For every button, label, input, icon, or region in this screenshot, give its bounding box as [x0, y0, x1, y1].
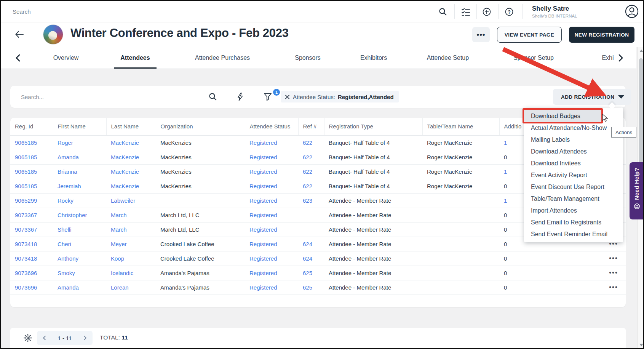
cell-reg_id[interactable]: 9065185 — [10, 179, 53, 193]
cell-reg_id[interactable]: 9073696 — [10, 280, 53, 295]
cell-last_name[interactable]: March — [106, 208, 156, 222]
search-icon[interactable] — [438, 7, 447, 16]
column-header-table-team-name[interactable]: Table/Team Name — [422, 118, 499, 135]
tab-sponsors[interactable]: Sponsors — [272, 47, 343, 69]
cell-last_name[interactable]: MacKenzie — [106, 150, 156, 164]
cell-first_name[interactable]: Roger — [53, 135, 106, 150]
cell-ref[interactable]: 623 — [298, 193, 324, 208]
menu-item-event-discount-use-report[interactable]: Event Discount Use Report — [524, 181, 623, 193]
cell-ref[interactable]: 624 — [298, 251, 324, 266]
cell-reg_id[interactable]: 9065299 — [10, 193, 53, 208]
cell-status[interactable]: Registered — [245, 266, 298, 280]
cell-last_name[interactable]: March — [106, 222, 156, 237]
menu-item-actual-attendance-no-show[interactable]: Actual Attendance/No-Show — [524, 122, 623, 134]
menu-item-send-email-to-registrants[interactable]: Send Email to Registrants — [524, 216, 623, 228]
cell-reg_id[interactable]: 9065185 — [10, 150, 53, 164]
cell-status[interactable]: Registered — [245, 164, 298, 179]
menu-item-import-attendees[interactable]: Import Attendees — [524, 205, 623, 216]
cell-status[interactable]: Registered — [245, 150, 298, 164]
cell-first_name[interactable]: Shelli — [53, 222, 106, 237]
cell-reg_id[interactable]: 9073367 — [10, 222, 53, 237]
cell-status[interactable]: Registered — [245, 251, 298, 266]
add-registration-button[interactable]: ADD REGISTRATION — [553, 89, 631, 105]
remove-filter-icon[interactable] — [284, 94, 290, 100]
cell-first_name[interactable]: Amanda — [53, 280, 106, 295]
cell-ref[interactable]: 622 — [298, 179, 324, 193]
cell-additional[interactable]: 0 — [499, 251, 542, 266]
checklist-icon[interactable] — [461, 7, 470, 16]
user-avatar-icon[interactable] — [625, 4, 639, 19]
filter-funnel-icon[interactable] — [263, 92, 272, 101]
cell-first_name[interactable]: Cheri — [53, 237, 106, 251]
cell-reg_id[interactable]: 9073367 — [10, 208, 53, 222]
cell-last_name[interactable]: MacKenzie — [106, 164, 156, 179]
view-event-page-button[interactable]: VIEW EVENT PAGE — [497, 27, 562, 43]
cell-reg_id[interactable]: 9065185 — [10, 164, 53, 179]
cell-status[interactable]: Registered — [245, 222, 298, 237]
next-page-icon[interactable] — [82, 335, 88, 341]
column-header-reg-id[interactable]: Reg. Id — [10, 118, 53, 135]
scroll-up-arrow-icon[interactable] — [639, 50, 643, 52]
search-icon[interactable] — [208, 92, 217, 101]
tab-exhibitors[interactable]: Exhibitors — [343, 47, 404, 69]
cell-last_name[interactable]: Labweiler — [106, 193, 156, 208]
tabs-scroll-right-icon[interactable] — [616, 53, 625, 62]
cell-last_name[interactable]: MacKenzie — [106, 135, 156, 150]
cell-reg_id[interactable]: 9073418 — [10, 237, 53, 251]
cell-first_name[interactable]: Rocky — [53, 193, 106, 208]
cell-additional[interactable]: 0 — [499, 280, 542, 295]
cell-status[interactable]: Registered — [245, 237, 298, 251]
cell-status[interactable]: Registered — [245, 179, 298, 193]
menu-item-download-badges[interactable]: Download Badges — [524, 110, 602, 122]
previous-page-icon[interactable] — [42, 335, 48, 341]
scroll-down-arrow-icon[interactable] — [639, 344, 643, 346]
column-header-ref[interactable]: Ref # — [298, 118, 324, 135]
cell-ref[interactable]: 625 — [298, 280, 324, 295]
cell-last_name[interactable]: MacKenzie — [106, 179, 156, 193]
column-header-last-name[interactable]: Last Name — [106, 118, 156, 135]
cell-first_name[interactable]: Christopher — [53, 208, 106, 222]
dropdown-caret-icon[interactable] — [618, 95, 624, 99]
cell-ref[interactable]: 622 — [298, 150, 324, 164]
global-search-input[interactable] — [13, 6, 203, 16]
attendee-search-input[interactable] — [21, 92, 181, 102]
cell-status[interactable]: Registered — [245, 208, 298, 222]
menu-item-table-team-management[interactable]: Table/Team Management — [524, 193, 623, 205]
cell-first_name[interactable]: Amanda — [53, 150, 106, 164]
cell-reg_id[interactable]: 9073696 — [10, 266, 53, 280]
tab-overview[interactable]: Overview — [34, 47, 98, 69]
cell-reg_id[interactable]: 9073418 — [10, 251, 53, 266]
grid-settings-gear-icon[interactable] — [23, 333, 32, 343]
menu-item-event-activity-report[interactable]: Event Activity Report — [524, 169, 623, 181]
cell-status[interactable]: Registered — [245, 193, 298, 208]
menu-item-mailing-labels[interactable]: Mailing Labels — [524, 134, 623, 146]
cell-first_name[interactable]: Anthony — [53, 251, 106, 266]
event-more-actions-button[interactable]: ••• — [472, 27, 490, 42]
cell-reg_id[interactable]: 9065185 — [10, 135, 53, 150]
new-registration-button[interactable]: NEW REGISTRATION — [569, 27, 634, 43]
cell-ref[interactable]: 624 — [298, 237, 324, 251]
menu-item-send-event-reminder-email[interactable]: Send Event Reminder Email — [524, 228, 623, 240]
tab-attendee-setup[interactable]: Attendee Setup — [404, 47, 492, 69]
cell-first_name[interactable]: Brianna — [53, 164, 106, 179]
cell-status[interactable]: Registered — [245, 280, 298, 295]
cell-ref[interactable]: 622 — [298, 164, 324, 179]
column-header-first-name[interactable]: First Name — [53, 118, 106, 135]
cell-last_name[interactable]: Meyer — [106, 237, 156, 251]
menu-item-download-invitees[interactable]: Download Invitees — [524, 157, 623, 169]
cell-first_name[interactable]: Smoky — [53, 266, 106, 280]
cell-additional[interactable]: 0 — [499, 266, 542, 280]
row-actions-button[interactable]: ••• — [609, 255, 618, 262]
tab-attendee-purchases[interactable]: Attendee Purchases — [173, 47, 272, 69]
cell-ref[interactable]: 622 — [298, 135, 324, 150]
cell-last_name[interactable]: Icelandic — [106, 266, 156, 280]
cell-first_name[interactable]: Jeremiah — [53, 179, 106, 193]
back-arrow-icon[interactable] — [14, 29, 25, 40]
cell-last_name[interactable]: Lorean — [106, 280, 156, 295]
need-help-tab[interactable]: Need Help? — [630, 162, 644, 219]
cell-last_name[interactable]: Koop — [106, 251, 156, 266]
column-header-organization[interactable]: Organization — [156, 118, 245, 135]
tab-attendees[interactable]: Attendees — [98, 47, 173, 69]
quick-filter-bolt-icon[interactable] — [236, 92, 245, 101]
user-name[interactable]: Shelly Satre — [532, 5, 569, 13]
